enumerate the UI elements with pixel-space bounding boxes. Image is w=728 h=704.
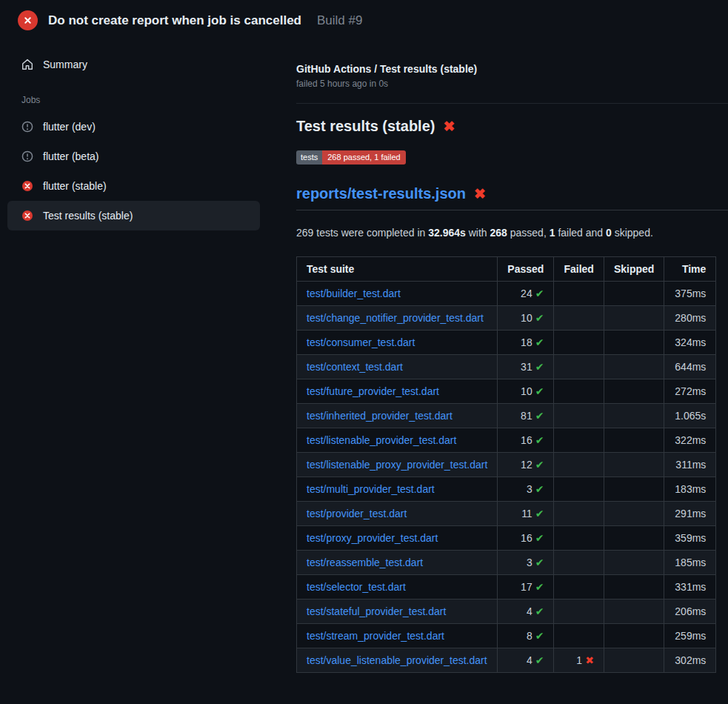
skipped-cell <box>604 355 664 379</box>
col-header-failed: Failed <box>554 257 604 282</box>
suite-link[interactable]: test/listenable_proxy_provider_test.dart <box>307 459 487 471</box>
failed-cell <box>554 404 604 428</box>
suite-link[interactable]: test/inherited_provider_test.dart <box>307 410 453 422</box>
failed-cell <box>554 453 604 477</box>
table-row: test/stream_provider_test.dart8✔259ms <box>297 624 716 648</box>
failed-cell <box>554 355 604 379</box>
table-row: test/multi_provider_test.dart3✔183ms <box>297 477 716 502</box>
passed-cell: 18✔ <box>498 331 554 355</box>
passed-cell: 4✔ <box>498 600 554 624</box>
passed-cell: 16✔ <box>498 428 554 453</box>
skipped-cell <box>604 648 664 673</box>
suite-link[interactable]: test/stateful_provider_test.dart <box>307 605 446 617</box>
summary-text: with <box>466 227 490 239</box>
passed-cell: 11✔ <box>498 502 554 526</box>
suite-cell: test/stream_provider_test.dart <box>297 624 498 648</box>
table-row: test/consumer_test.dart18✔324ms <box>297 331 716 355</box>
check-icon: ✔ <box>535 532 544 544</box>
failed-cell <box>554 306 604 331</box>
suite-cell: test/listenable_proxy_provider_test.dart <box>297 453 498 477</box>
sidebar-item-flutter-beta[interactable]: flutter (beta) <box>7 142 260 171</box>
col-header-passed: Passed <box>498 257 554 282</box>
suite-link[interactable]: test/reassemble_test.dart <box>307 557 423 568</box>
table-row: test/future_provider_test.dart10✔272ms <box>297 379 716 404</box>
suite-link[interactable]: test/listenable_provider_test.dart <box>307 434 456 446</box>
suite-link[interactable]: test/context_test.dart <box>307 361 403 373</box>
sidebar-item-label: Summary <box>43 59 87 70</box>
passed-cell: 12✔ <box>498 453 554 477</box>
check-icon: ✔ <box>535 410 544 422</box>
skipped-cell <box>604 379 664 404</box>
suite-link[interactable]: test/change_notifier_provider_test.dart <box>307 312 484 324</box>
table-row: test/inherited_provider_test.dart81✔1.06… <box>297 404 716 428</box>
suite-cell: test/value_listenable_provider_test.dart <box>297 648 498 673</box>
passed-cell: 16✔ <box>498 526 554 551</box>
failed-cell <box>554 282 604 306</box>
section-title-row: Test results (stable) ✖ <box>296 118 728 135</box>
col-header-skipped: Skipped <box>604 257 664 282</box>
sidebar-item-label: flutter (beta) <box>43 150 98 162</box>
suite-link[interactable]: test/selector_test.dart <box>307 581 406 593</box>
failed-cell <box>554 551 604 575</box>
summary-duration: 32.964s <box>428 227 466 239</box>
sidebar-item-flutter-stable[interactable]: flutter (stable) <box>7 171 260 201</box>
time-cell: 359ms <box>664 526 716 551</box>
summary-text: skipped. <box>612 227 653 239</box>
suite-cell: test/reassemble_test.dart <box>297 551 498 575</box>
suite-link[interactable]: test/multi_provider_test.dart <box>307 483 435 495</box>
x-circle-icon <box>21 210 33 222</box>
build-title: Do not create report when job is cancell… <box>48 13 301 28</box>
skipped-cell <box>604 404 664 428</box>
skipped-cell <box>604 282 664 306</box>
passed-cell: 10✔ <box>498 379 554 404</box>
sidebar-item-summary[interactable]: Summary <box>7 50 260 79</box>
check-icon: ✔ <box>535 361 544 373</box>
skipped-cell <box>604 575 664 600</box>
suite-link[interactable]: test/provider_test.dart <box>307 508 407 519</box>
skipped-cell <box>604 453 664 477</box>
badge-value: 268 passed, 1 failed <box>322 150 405 165</box>
summary-text: 269 tests were completed in <box>296 227 428 239</box>
main-content: GitHub Actions / Test results (stable) f… <box>296 38 728 673</box>
passed-cell: 8✔ <box>498 624 554 648</box>
time-cell: 311ms <box>664 453 716 477</box>
skipped-cell <box>604 306 664 331</box>
report-file-link[interactable]: reports/test-results.json <box>296 185 466 202</box>
skipped-cell <box>604 331 664 355</box>
suite-link[interactable]: test/consumer_test.dart <box>307 336 415 348</box>
table-header-row: Test suitePassedFailedSkippedTime <box>297 257 716 282</box>
check-icon: ✔ <box>535 483 544 495</box>
alert-circle-icon <box>21 121 33 133</box>
suite-link[interactable]: test/proxy_provider_test.dart <box>307 532 438 544</box>
home-icon <box>21 59 33 70</box>
sidebar-item-flutter-dev[interactable]: flutter (dev) <box>7 112 260 142</box>
skipped-cell <box>604 526 664 551</box>
sidebar-item-test-results-stable[interactable]: Test results (stable) <box>7 201 260 230</box>
passed-cell: 10✔ <box>498 306 554 331</box>
failed-x-icon: ✖ <box>474 187 486 201</box>
breadcrumb: GitHub Actions / Test results (stable) <box>296 63 728 75</box>
failed-cell <box>554 428 604 453</box>
failed-x-icon: ✖ <box>443 119 455 133</box>
suite-link[interactable]: test/builder_test.dart <box>307 288 401 299</box>
check-icon: ✔ <box>535 630 544 642</box>
tests-badge: tests 268 passed, 1 failed <box>296 150 406 165</box>
time-cell: 1.065s <box>664 404 716 428</box>
check-icon: ✔ <box>535 581 544 593</box>
skipped-cell <box>604 624 664 648</box>
suite-cell: test/selector_test.dart <box>297 575 498 600</box>
x-icon: ✖ <box>585 654 594 666</box>
sidebar-item-label: flutter (dev) <box>43 121 96 133</box>
suite-link[interactable]: test/future_provider_test.dart <box>307 385 439 397</box>
build-number: Build #9 <box>317 13 362 28</box>
check-icon: ✔ <box>535 312 544 324</box>
summary-skipped-count: 0 <box>606 227 612 239</box>
check-icon: ✔ <box>535 434 544 446</box>
suite-link[interactable]: test/value_listenable_provider_test.dart <box>307 654 487 666</box>
sidebar-item-label: flutter (stable) <box>43 180 107 192</box>
time-cell: 291ms <box>664 502 716 526</box>
time-cell: 331ms <box>664 575 716 600</box>
skipped-cell <box>604 428 664 453</box>
suite-link[interactable]: test/stream_provider_test.dart <box>307 630 444 642</box>
passed-cell: 31✔ <box>498 355 554 379</box>
